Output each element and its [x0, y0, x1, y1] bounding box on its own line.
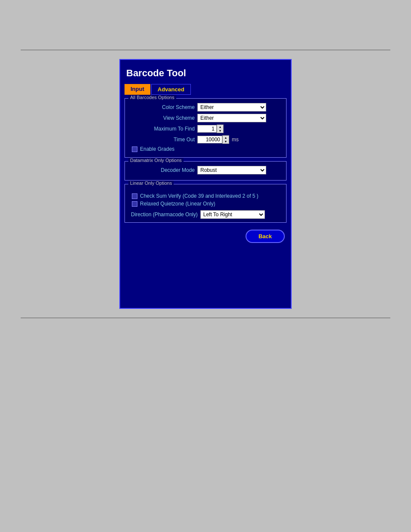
title-bar: Barcode Tool: [125, 64, 286, 84]
decoder-mode-row: Decoder Mode Robust Standard Fast: [128, 166, 283, 174]
checksum-row: Check Sum Verify (Code 39 and Interleave…: [128, 193, 283, 199]
color-scheme-row: Color Scheme Either Light Dark: [128, 103, 283, 112]
timeout-unit: ms: [232, 137, 239, 143]
max-to-find-input[interactable]: [197, 125, 217, 133]
main-panel: Barcode Tool Input Advanced All Barcodes…: [119, 59, 292, 309]
enable-grades-checkbox[interactable]: [132, 146, 137, 152]
tab-input[interactable]: Input: [125, 84, 150, 95]
timeout-row: Time Out ▲ ▼ ms: [128, 135, 283, 144]
color-scheme-select[interactable]: Either Light Dark: [197, 103, 266, 112]
checksum-checkbox[interactable]: [132, 193, 137, 199]
view-scheme-select[interactable]: Either Normal Inverted: [197, 114, 266, 122]
direction-row: Direction (Pharmacode Only) Left To Righ…: [128, 210, 283, 219]
back-button[interactable]: Back: [246, 230, 285, 243]
timeout-down[interactable]: ▼: [223, 140, 229, 143]
direction-label: Direction (Pharmacode Only): [131, 212, 198, 218]
back-btn-row: Back: [125, 230, 286, 243]
decoder-mode-select[interactable]: Robust Standard Fast: [197, 166, 266, 174]
color-scheme-label: Color Scheme: [128, 104, 197, 110]
timeout-input[interactable]: [197, 136, 222, 143]
linear-title: Linear Only Options: [128, 180, 174, 186]
relaxed-label: Relaxed Quietzone (Linear Only): [140, 201, 215, 207]
timeout-btn-group: ▲ ▼: [222, 135, 229, 144]
checksum-label: Check Sum Verify (Code 39 and Interleave…: [140, 193, 258, 199]
max-to-find-up[interactable]: ▲: [217, 125, 223, 129]
datamatrix-section: Datamatrix Only Options Decoder Mode Rob…: [125, 161, 286, 180]
max-to-find-label: Maximum To Find: [128, 126, 197, 132]
all-barcodes-section: All Barcodes Options Color Scheme Either…: [125, 98, 286, 158]
tabs-row: Input Advanced: [125, 84, 286, 95]
timeout-label: Time Out: [128, 137, 197, 143]
max-to-find-spinner: ▲ ▼: [197, 124, 224, 133]
max-to-find-btn-group: ▲ ▼: [217, 124, 224, 133]
decoder-mode-label: Decoder Mode: [128, 167, 197, 173]
tab-advanced[interactable]: Advanced: [151, 84, 191, 95]
direction-select[interactable]: Left To Right Right To Left Top To Botto…: [200, 210, 265, 219]
view-scheme-row: View Scheme Either Normal Inverted: [128, 114, 283, 122]
max-to-find-down[interactable]: ▼: [217, 129, 223, 133]
enable-grades-label: Enable Grades: [140, 146, 174, 152]
enable-grades-row: Enable Grades: [128, 146, 283, 152]
relaxed-checkbox[interactable]: [132, 201, 137, 207]
timeout-up[interactable]: ▲: [223, 136, 229, 140]
linear-section: Linear Only Options Check Sum Verify (Co…: [125, 184, 286, 223]
view-scheme-label: View Scheme: [128, 115, 197, 121]
timeout-spinner: ▲ ▼ ms: [197, 135, 239, 144]
page-title: Barcode Tool: [126, 68, 186, 78]
all-barcodes-title: All Barcodes Options: [128, 95, 176, 100]
relaxed-row: Relaxed Quietzone (Linear Only): [128, 201, 283, 207]
max-to-find-row: Maximum To Find ▲ ▼: [128, 124, 283, 133]
datamatrix-title: Datamatrix Only Options: [128, 158, 184, 163]
